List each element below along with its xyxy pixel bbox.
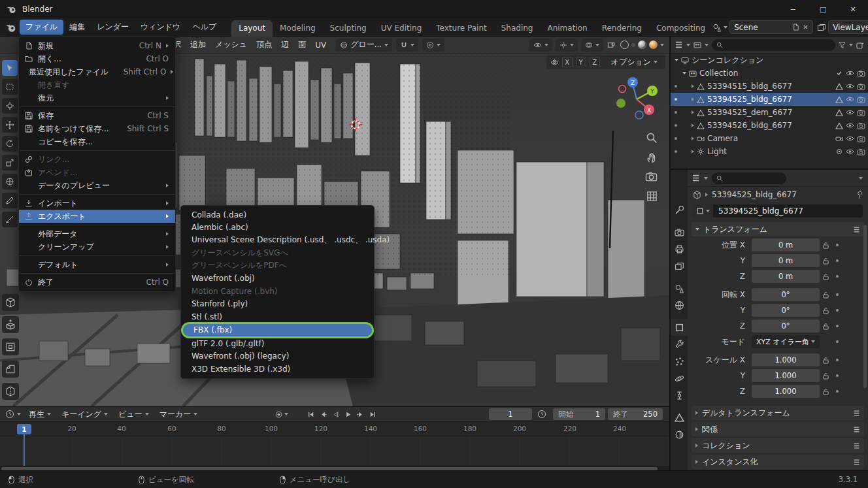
menu-item-external-data[interactable]: 外部データ bbox=[19, 227, 175, 240]
expand-icon[interactable] bbox=[692, 84, 694, 88]
viewport-menu-vertex[interactable]: 頂点 bbox=[252, 39, 276, 50]
tool-scale[interactable] bbox=[2, 155, 18, 171]
minimize-button[interactable]: ─ bbox=[778, 0, 808, 18]
tool-add-cube[interactable] bbox=[2, 294, 19, 311]
timeline-scroll-thumb[interactable] bbox=[1, 467, 658, 470]
tool-bevel[interactable] bbox=[2, 361, 19, 378]
menu-file[interactable]: ファイル bbox=[20, 20, 63, 35]
location-z-field[interactable]: 0 m bbox=[752, 270, 820, 283]
tool-measure[interactable] bbox=[2, 212, 18, 227]
animate-dot-icon[interactable] bbox=[836, 340, 839, 343]
lock-icon[interactable] bbox=[823, 273, 829, 280]
menu-item-defaults[interactable]: デフォルト bbox=[19, 258, 175, 271]
render-camera-icon[interactable] bbox=[857, 83, 865, 90]
scale-x-field[interactable]: 1.000 bbox=[752, 353, 820, 366]
render-camera-icon[interactable] bbox=[857, 109, 865, 116]
object-name-field[interactable]: 53394525_bldg_6677 bbox=[713, 204, 863, 218]
play-button[interactable] bbox=[342, 409, 354, 420]
export-item-usd[interactable]: Universal Scene Description (.usd、 .usdc… bbox=[181, 234, 374, 247]
tab-shading[interactable]: Shading bbox=[494, 20, 541, 37]
timeline-playhead[interactable]: 1 bbox=[17, 424, 31, 434]
menu-item-data-preview[interactable]: データのプレビュー bbox=[19, 179, 175, 192]
lock-icon[interactable] bbox=[823, 372, 829, 380]
camera-view-icon[interactable] bbox=[645, 171, 658, 182]
viewport-menu-edge[interactable]: 辺 bbox=[276, 39, 293, 50]
object-type-dropdown[interactable] bbox=[693, 204, 713, 218]
tab-uv-editing[interactable]: UV Editing bbox=[374, 20, 429, 37]
render-camera-icon[interactable] bbox=[857, 135, 865, 142]
panel-menu-icon[interactable] bbox=[853, 426, 860, 433]
visibility-dropdown[interactable] bbox=[529, 39, 552, 52]
snap-dropdown[interactable] bbox=[396, 39, 418, 52]
tab-object-properties[interactable] bbox=[671, 319, 688, 336]
next-keyframe-button[interactable] bbox=[354, 409, 367, 420]
rotation-y-field[interactable]: 0° bbox=[752, 304, 820, 317]
outliner-editor-icon[interactable] bbox=[675, 41, 683, 49]
export-item-x3d[interactable]: X3D Extensible 3D (.x3d) bbox=[181, 363, 374, 376]
viewport-menu-face[interactable]: 面 bbox=[293, 39, 310, 50]
tab-modifier-properties[interactable] bbox=[671, 336, 688, 353]
viewport-menu-add[interactable]: 追加 bbox=[186, 39, 210, 50]
outliner-row-object-selected[interactable]: 53394525_bldg_6677 bbox=[671, 93, 868, 106]
timeline-menu-keying[interactable]: キーイング bbox=[56, 409, 113, 420]
tab-object-data-properties[interactable] bbox=[671, 409, 688, 426]
hide-eye-icon[interactable] bbox=[846, 70, 854, 76]
tab-texture-paint[interactable]: Texture Paint bbox=[429, 20, 493, 37]
animate-dot-icon[interactable] bbox=[836, 309, 839, 312]
hide-eye-icon[interactable] bbox=[846, 135, 854, 142]
menu-item-recover[interactable]: 復元 bbox=[19, 91, 175, 105]
tab-layout[interactable]: Layout bbox=[231, 20, 273, 37]
export-item-gpencil-pdf[interactable]: グリースペンシルをPDFへ bbox=[181, 259, 374, 272]
hide-eye-icon[interactable] bbox=[846, 122, 854, 129]
animate-dot-icon[interactable] bbox=[836, 244, 839, 246]
blender-menu-icon[interactable] bbox=[5, 22, 17, 33]
expand-icon[interactable] bbox=[692, 110, 694, 114]
menu-item-save-as[interactable]: 名前をつけて保存... Shift Ctrl S bbox=[19, 122, 175, 135]
shading-material-icon[interactable] bbox=[638, 41, 646, 49]
section-instancing[interactable]: インスタンス化 bbox=[692, 455, 864, 469]
navigation-gizmo[interactable]: Z Y X bbox=[613, 74, 660, 122]
properties-search-input[interactable] bbox=[712, 172, 786, 184]
scale-y-field[interactable]: 1.000 bbox=[752, 369, 820, 382]
new-scene-icon[interactable] bbox=[792, 24, 799, 31]
gizmos-dropdown[interactable] bbox=[556, 39, 578, 52]
menu-render[interactable]: レンダー bbox=[91, 20, 135, 35]
tab-compositing[interactable]: Compositing bbox=[649, 20, 712, 37]
lock-icon[interactable] bbox=[823, 323, 829, 330]
outliner-search-input[interactable] bbox=[712, 39, 835, 51]
tool-move[interactable] bbox=[2, 117, 18, 133]
rotation-mode-dropdown[interactable]: XYZ オイラー角 bbox=[752, 335, 820, 348]
outliner-row-object[interactable]: 53394526_bldg_6677 bbox=[671, 119, 868, 132]
timeline-menu-view[interactable]: ビュー bbox=[113, 409, 154, 420]
menu-item-import[interactable]: インポート bbox=[19, 197, 175, 210]
transform-orientation-dropdown[interactable]: グロー... bbox=[336, 39, 392, 52]
export-item-stl[interactable]: Stl (.stl) bbox=[181, 310, 374, 323]
shading-wireframe-icon[interactable] bbox=[620, 41, 629, 49]
render-camera-icon[interactable] bbox=[857, 148, 865, 155]
prev-keyframe-button[interactable] bbox=[317, 409, 329, 420]
tab-animation[interactable]: Animation bbox=[540, 20, 594, 37]
viewport-menu-uv[interactable]: UV bbox=[310, 41, 331, 50]
hide-eye-icon[interactable] bbox=[846, 83, 854, 89]
expand-icon[interactable] bbox=[692, 123, 694, 127]
animate-dot-icon[interactable] bbox=[836, 275, 839, 278]
outliner-display-mode-icon[interactable] bbox=[693, 41, 701, 48]
collection-checkbox-icon[interactable] bbox=[835, 69, 843, 77]
lock-icon[interactable] bbox=[823, 242, 829, 249]
expand-icon[interactable] bbox=[692, 137, 694, 140]
view-layer-selector[interactable]: ViewLayer bbox=[828, 20, 868, 34]
tool-annotate[interactable] bbox=[2, 193, 18, 208]
outliner-row-object[interactable]: 53394525_dem_6677 bbox=[671, 106, 868, 119]
location-x-field[interactable]: 0 m bbox=[752, 238, 820, 252]
expand-icon[interactable] bbox=[675, 59, 678, 61]
mirror-z-toggle[interactable]: Z bbox=[590, 57, 600, 67]
section-collections[interactable]: コレクション bbox=[692, 438, 864, 453]
tab-constraint-properties[interactable] bbox=[671, 387, 688, 404]
menu-item-quit[interactable]: 終了 Ctrl Q bbox=[19, 276, 175, 289]
transform-panel-header[interactable]: トランスフォーム bbox=[692, 222, 864, 236]
menu-item-revert[interactable]: 開き直す bbox=[19, 78, 175, 91]
timeline-menu-marker[interactable]: マーカー bbox=[154, 409, 203, 420]
proportional-edit-dropdown[interactable] bbox=[422, 39, 444, 52]
section-relations[interactable]: 関係 bbox=[692, 422, 864, 436]
tab-modeling[interactable]: Modeling bbox=[273, 20, 323, 37]
